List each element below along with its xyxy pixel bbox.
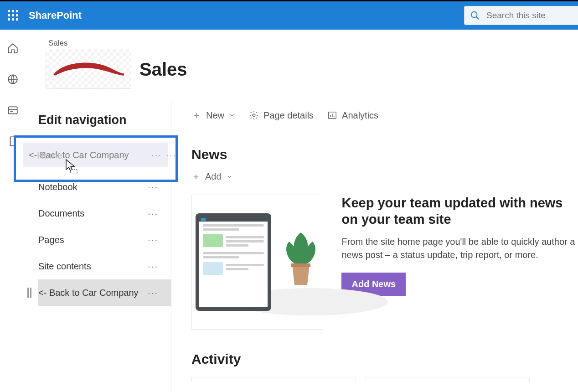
nav-item-label: Documents	[38, 208, 84, 219]
plus-icon: ＋	[191, 170, 201, 183]
plus-icon: ＋	[191, 108, 201, 122]
cmd-label: Analytics	[342, 110, 378, 121]
suite-header: SharePoint	[0, 1, 578, 30]
nav-item-documents[interactable]: Documents ···	[38, 200, 171, 227]
nav-item-label: <- Back to Car Company	[38, 288, 139, 298]
tablet-icon	[196, 213, 271, 311]
chevron-down-icon	[229, 112, 235, 119]
activity-heading: Activity	[191, 351, 578, 367]
plant-icon	[282, 232, 320, 292]
new-button[interactable]: ＋ New	[191, 108, 235, 122]
add-news-dropdown[interactable]: ＋ Add	[191, 170, 578, 183]
nav-item-label: Home	[37, 150, 62, 161]
nav-dragging-item[interactable]: Home <- Back to Car Company ··· ···	[23, 143, 168, 167]
news-promo-title: Keep your team updated with news on your…	[341, 195, 578, 228]
add-label: Add	[205, 171, 222, 182]
activity-card[interactable]	[366, 377, 530, 382]
nav-item-back-to-car-company[interactable]: <- Back to Car Company ···	[38, 279, 171, 306]
more-icon[interactable]: ···	[148, 208, 158, 219]
breadcrumb[interactable]: Sales	[48, 39, 68, 48]
site-logo[interactable]	[46, 49, 131, 89]
news-section: News ＋ Add	[191, 147, 578, 330]
site-header: Sales Sales	[26, 30, 578, 100]
activity-card[interactable]	[191, 377, 356, 382]
nav-item-notebook[interactable]: Notebook ···	[38, 174, 171, 200]
more-icon[interactable]: ···	[148, 235, 158, 245]
nav-item-label: Site contents	[38, 261, 91, 272]
site-title: Sales	[139, 59, 187, 80]
cmd-label: Page details	[263, 110, 314, 121]
home-icon[interactable]	[7, 42, 19, 54]
more-icon[interactable]: ···	[151, 150, 162, 160]
brand-label[interactable]: SharePoint	[29, 10, 82, 21]
nav-item-pages[interactable]: Pages ···	[38, 227, 171, 253]
page-details-button[interactable]: Page details	[249, 110, 314, 121]
analytics-button[interactable]: Analytics	[327, 110, 378, 121]
nav-item-label: Pages	[38, 235, 64, 245]
globe-icon[interactable]	[7, 73, 19, 85]
svg-point-7	[253, 114, 255, 117]
svg-rect-3	[8, 107, 17, 113]
app-launcher-icon[interactable]	[7, 9, 20, 22]
nav-item-site-contents[interactable]: Site contents ···	[38, 253, 171, 279]
news-heading: News	[191, 147, 578, 162]
more-icon[interactable]: ···	[148, 288, 158, 298]
cmd-label: New	[206, 110, 224, 121]
left-app-rail	[0, 30, 26, 392]
chevron-down-icon	[226, 174, 232, 180]
more-icon[interactable]: ···	[166, 150, 176, 160]
news-promo: Keep your team updated with news on your…	[341, 195, 578, 330]
edit-navigation-heading: Edit navigation	[38, 113, 171, 127]
cursor-icon	[65, 159, 78, 174]
search-box[interactable]	[464, 6, 578, 25]
nav-item-label: Notebook	[38, 182, 77, 192]
news-promo-body: From the site home page you'll be able t…	[341, 235, 578, 262]
gear-icon	[249, 110, 259, 120]
search-input[interactable]	[486, 10, 573, 21]
nav-list: Notebook ··· Documents ··· Pages ··· Sit…	[38, 174, 171, 306]
command-bar: ＋ New Page details	[191, 108, 578, 122]
more-icon[interactable]: ···	[148, 261, 158, 272]
news-icon[interactable]	[7, 104, 19, 116]
svg-point-0	[471, 12, 477, 18]
activity-section: Activity	[191, 351, 578, 382]
news-empty-illustration	[191, 195, 323, 330]
svg-line-1	[476, 17, 479, 20]
page-body: ＋ New Page details	[171, 100, 578, 392]
svg-rect-12	[291, 263, 310, 267]
search-icon	[470, 10, 480, 21]
edit-navigation-panel: Edit navigation Home <- Back to Car Comp…	[26, 100, 171, 392]
analytics-icon	[327, 110, 337, 120]
more-icon[interactable]: ···	[148, 182, 158, 192]
